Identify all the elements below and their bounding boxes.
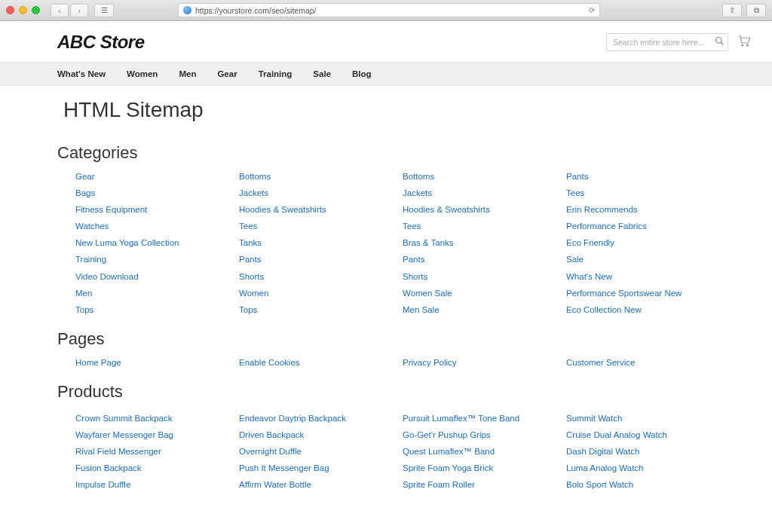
nav-item[interactable]: Training: [259, 63, 293, 85]
page-link[interactable]: Customer Service: [566, 356, 715, 368]
category-link[interactable]: Training: [75, 253, 224, 265]
nav-item[interactable]: Sale: [313, 63, 331, 85]
product-link[interactable]: Sprite Foam Yoga Brick: [403, 462, 551, 474]
category-link[interactable]: Tops: [239, 304, 388, 316]
page-link[interactable]: Enable Cookies: [239, 356, 388, 368]
product-link[interactable]: Dash Digital Watch: [566, 445, 715, 457]
nav-item[interactable]: What's New: [57, 63, 106, 85]
category-link[interactable]: Women: [239, 287, 388, 299]
page-link[interactable]: Privacy Policy: [403, 356, 551, 368]
forward-button[interactable]: ›: [70, 4, 88, 17]
category-link[interactable]: Performance Fabrics: [566, 220, 715, 232]
share-button[interactable]: ⇪: [722, 4, 742, 17]
product-column: Pursuit Lumaflex™ Tone BandGo-Get'r Push…: [403, 412, 551, 491]
product-link[interactable]: Endeavor Daytrip Backpack: [239, 412, 388, 424]
url-text: https://yourstore.com/seo/sitemap/: [195, 6, 316, 15]
main-nav: What's NewWomenMenGearTrainingSaleBlog: [0, 62, 772, 86]
category-link[interactable]: Tops: [75, 304, 224, 316]
nav-item[interactable]: Men: [179, 63, 196, 85]
category-column: PantsTeesErin RecommendsPerformance Fabr…: [566, 170, 715, 316]
category-link[interactable]: What's New: [566, 271, 715, 283]
category-link[interactable]: Eco Friendly: [566, 237, 715, 249]
category-link[interactable]: Tees: [403, 220, 551, 232]
tabs-button[interactable]: ⧉: [746, 4, 766, 17]
page-title: HTML Sitemap: [57, 98, 715, 122]
back-button[interactable]: ‹: [51, 4, 69, 17]
category-link[interactable]: Pants: [566, 170, 715, 182]
url-bar[interactable]: https://yourstore.com/seo/sitemap/ ⟳: [178, 3, 600, 17]
category-link[interactable]: Jackets: [403, 187, 551, 199]
category-link[interactable]: Eco Collection New: [566, 304, 715, 316]
product-link[interactable]: Wayfarer Messenger Bag: [75, 429, 224, 441]
page-column: Home Page: [75, 356, 224, 368]
minimize-window-icon[interactable]: [19, 6, 27, 14]
product-link[interactable]: Rival Field Messenger: [75, 445, 224, 457]
category-link[interactable]: Sale: [566, 253, 715, 265]
product-link[interactable]: Bolo Sport Watch: [566, 478, 715, 491]
category-link[interactable]: Men: [75, 287, 224, 299]
product-link[interactable]: Push It Messenger Bag: [239, 462, 388, 474]
category-link[interactable]: Pants: [239, 253, 388, 265]
category-link[interactable]: Bottoms: [403, 170, 551, 182]
category-link[interactable]: Bags: [75, 187, 224, 199]
page-link[interactable]: Home Page: [75, 356, 224, 368]
product-link[interactable]: Impulse Duffle: [75, 478, 224, 491]
product-link[interactable]: Fusion Backpack: [75, 462, 224, 474]
category-link[interactable]: Bottoms: [239, 170, 388, 182]
category-link[interactable]: Tees: [239, 220, 388, 232]
category-link[interactable]: Erin Recommends: [566, 203, 715, 216]
product-column: Summit WatchCruise Dual Analog WatchDash…: [566, 412, 715, 491]
category-link[interactable]: Fitness Equipment: [75, 203, 224, 216]
search-wrap: [606, 33, 728, 51]
product-link[interactable]: Summit Watch: [566, 412, 715, 424]
search-icon[interactable]: [715, 36, 724, 47]
category-link[interactable]: Pants: [403, 253, 551, 265]
products-grid: Crown Summit BackpackWayfarer Messenger …: [57, 409, 715, 491]
refresh-icon[interactable]: ⟳: [589, 6, 595, 14]
category-link[interactable]: Shorts: [403, 271, 551, 283]
tabs-icon: ⧉: [754, 6, 759, 15]
category-link[interactable]: Tanks: [239, 237, 388, 249]
nav-item[interactable]: Gear: [217, 63, 237, 85]
category-column: GearBagsFitness EquipmentWatchesNew Luma…: [75, 170, 224, 316]
sidebar-toggle-button[interactable]: ☰: [94, 4, 114, 17]
category-link[interactable]: Video Download: [75, 271, 224, 283]
product-link[interactable]: Pursuit Lumaflex™ Tone Band: [403, 412, 551, 424]
category-link[interactable]: New Luma Yoga Collection: [75, 237, 224, 249]
category-link[interactable]: Shorts: [239, 271, 388, 283]
category-link[interactable]: Women Sale: [403, 287, 551, 299]
category-link[interactable]: Hoodies & Sweatshirts: [403, 203, 551, 216]
search-input[interactable]: [606, 33, 728, 51]
product-link[interactable]: Luma Analog Watch: [566, 462, 715, 474]
product-link[interactable]: Go-Get'r Pushup Grips: [403, 429, 551, 441]
category-link[interactable]: Watches: [75, 220, 224, 232]
product-link[interactable]: Affirm Water Bottle: [239, 478, 388, 491]
product-link[interactable]: Quest Lumaflex™ Band: [403, 445, 551, 457]
cart-icon[interactable]: [737, 35, 751, 50]
close-window-icon[interactable]: [6, 6, 14, 14]
nav-item[interactable]: Blog: [352, 63, 372, 85]
category-link[interactable]: Gear: [75, 170, 224, 182]
category-link[interactable]: Men Sale: [403, 304, 551, 316]
store-logo[interactable]: ABC Store: [57, 32, 145, 53]
category-column: BottomsJacketsHoodies & SweatshirtsTeesT…: [239, 170, 388, 316]
nav-item[interactable]: Women: [127, 63, 158, 85]
product-link[interactable]: Driven Backpack: [239, 429, 388, 441]
header-right: [606, 33, 751, 51]
product-link[interactable]: Overnight Duffle: [239, 445, 388, 457]
product-column: Crown Summit BackpackWayfarer Messenger …: [75, 412, 224, 491]
category-link[interactable]: Performance Sportswear New: [566, 287, 715, 299]
category-link[interactable]: Bras & Tanks: [403, 237, 551, 249]
category-link[interactable]: Jackets: [239, 187, 388, 199]
zoom-window-icon[interactable]: [32, 6, 40, 14]
svg-point-2: [742, 44, 743, 46]
window-controls: [6, 6, 40, 14]
product-link[interactable]: Crown Summit Backpack: [75, 412, 224, 424]
category-link[interactable]: Hoodies & Sweatshirts: [239, 203, 388, 216]
page-header: ABC Store: [0, 21, 772, 62]
product-link[interactable]: Cruise Dual Analog Watch: [566, 429, 715, 441]
section-title-pages: Pages: [57, 329, 715, 349]
page-column: Enable Cookies: [239, 356, 388, 368]
product-link[interactable]: Sprite Foam Roller: [403, 478, 551, 491]
category-link[interactable]: Tees: [566, 187, 715, 199]
